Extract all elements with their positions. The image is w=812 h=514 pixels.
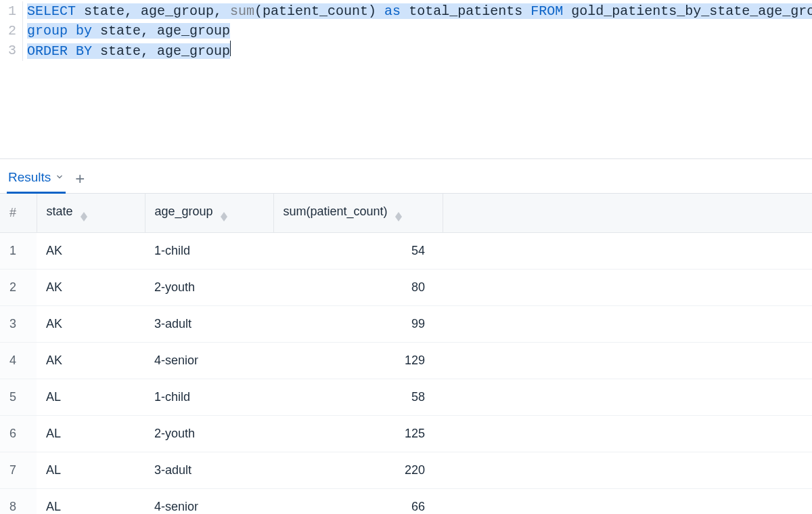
table-row[interactable]: 5AL1-child58 — [0, 379, 812, 416]
cell-state: AL — [37, 416, 145, 452]
cell-state: AL — [37, 379, 145, 416]
code-token: by — [76, 23, 92, 39]
line-number: 3 — [7, 41, 17, 60]
table-row[interactable]: 4AK4-senior129 — [0, 343, 812, 379]
code-token: gold_patients_by_state_age_group — [563, 3, 812, 19]
chevron-down-icon[interactable] — [55, 170, 64, 185]
code-token: state, age_group, — [76, 3, 230, 19]
table-row[interactable]: 3AK3-adult99 — [0, 306, 812, 343]
code-area[interactable]: SELECT state, age_group, sum(patient_cou… — [23, 1, 812, 61]
header-sum-label: sum(patient_count) — [284, 205, 388, 218]
code-token: (patient_count) — [254, 3, 384, 19]
svg-marker-1 — [81, 217, 87, 221]
cell-state: AL — [37, 452, 145, 489]
cell-index: 7 — [0, 452, 37, 489]
column-header-index[interactable]: # — [0, 194, 37, 233]
cell-empty — [443, 452, 812, 489]
cell-empty — [443, 489, 812, 515]
cell-state: AK — [37, 306, 145, 343]
cell-state: AK — [37, 270, 145, 306]
text-cursor — [230, 41, 231, 56]
header-state-label: state — [47, 205, 73, 218]
line-number: 1 — [7, 1, 17, 21]
code-line[interactable]: group by state, age_group — [27, 21, 812, 41]
tab-results-label: Results — [8, 170, 51, 185]
code-token: state, age_group — [92, 43, 230, 59]
cell-empty — [443, 416, 812, 452]
cell-state: AK — [37, 343, 145, 379]
header-age-group-label: age_group — [155, 205, 213, 218]
svg-marker-2 — [221, 212, 227, 217]
cell-index: 6 — [0, 416, 37, 452]
code-token: total_patients — [401, 3, 531, 19]
column-header-age-group[interactable]: age_group — [145, 194, 273, 233]
column-header-empty — [443, 194, 812, 233]
cell-empty — [443, 233, 812, 270]
code-line[interactable]: ORDER BY state, age_group — [27, 41, 812, 61]
cell-age-group: 3-adult — [145, 306, 273, 343]
code-token: group — [27, 23, 68, 39]
cell-index: 2 — [0, 270, 37, 306]
code-line[interactable]: SELECT state, age_group, sum(patient_cou… — [27, 1, 812, 21]
cell-state: AL — [37, 489, 145, 515]
table-row[interactable]: 2AK2-youth80 — [0, 270, 812, 306]
cell-age-group: 1-child — [145, 379, 273, 416]
cell-index: 3 — [0, 306, 37, 343]
sort-icon[interactable] — [221, 212, 227, 221]
cell-index: 8 — [0, 489, 37, 515]
cell-age-group: 4-senior — [145, 489, 273, 515]
cell-index: 5 — [0, 379, 37, 416]
cell-index: 4 — [0, 343, 37, 379]
cell-age-group: 2-youth — [145, 416, 273, 452]
results-header: # state age_group sum(patient_count) — [0, 194, 812, 233]
svg-marker-3 — [221, 217, 227, 221]
cell-age-group: 1-child — [145, 233, 273, 270]
table-row[interactable]: 6AL2-youth125 — [0, 416, 812, 452]
cell-sum: 99 — [273, 306, 443, 343]
cell-empty — [443, 306, 812, 343]
cell-sum: 66 — [273, 489, 443, 515]
code-token: sum — [230, 3, 254, 19]
column-header-sum-patient-count[interactable]: sum(patient_count) — [273, 194, 443, 233]
cell-empty — [443, 379, 812, 416]
code-token: FROM — [531, 3, 563, 19]
sort-icon[interactable] — [81, 212, 87, 221]
table-row[interactable]: 1AK1-child54 — [0, 233, 812, 270]
line-gutter: 123 — [0, 1, 23, 61]
tab-results[interactable]: Results — [7, 167, 66, 194]
code-token: state, age_group — [92, 23, 230, 39]
svg-marker-0 — [81, 212, 87, 217]
cell-empty — [443, 343, 812, 379]
results-tab-bar: Results + — [0, 159, 812, 194]
cell-state: AK — [37, 233, 145, 270]
cell-sum: 54 — [273, 233, 443, 270]
code-token: ORDER BY — [27, 43, 92, 59]
cell-sum: 220 — [273, 452, 443, 489]
code-token: SELECT — [27, 3, 76, 19]
cell-age-group: 2-youth — [145, 270, 273, 306]
cell-age-group: 4-senior — [145, 343, 273, 379]
cell-empty — [443, 270, 812, 306]
results-table: # state age_group sum(patient_count) — [0, 194, 812, 514]
cell-sum: 129 — [273, 343, 443, 379]
results-body: 1AK1-child542AK2-youth803AK3-adult994AK4… — [0, 233, 812, 515]
svg-marker-4 — [395, 212, 402, 217]
code-token — [68, 23, 76, 39]
sort-icon[interactable] — [395, 212, 402, 221]
add-tab-button[interactable]: + — [71, 171, 89, 191]
cell-sum: 125 — [273, 416, 443, 452]
table-row[interactable]: 7AL3-adult220 — [0, 452, 812, 489]
column-header-state[interactable]: state — [37, 194, 145, 233]
plus-icon: + — [75, 169, 85, 188]
header-hash-label: # — [9, 206, 16, 219]
sql-editor[interactable]: 123 SELECT state, age_group, sum(patient… — [0, 0, 812, 64]
cell-sum: 58 — [273, 379, 443, 416]
cell-index: 1 — [0, 233, 37, 270]
code-token: as — [384, 3, 401, 19]
table-row[interactable]: 8AL4-senior66 — [0, 489, 812, 515]
line-number: 2 — [7, 21, 17, 41]
svg-marker-5 — [395, 217, 402, 221]
cell-age-group: 3-adult — [145, 452, 273, 489]
cell-sum: 80 — [273, 270, 443, 306]
